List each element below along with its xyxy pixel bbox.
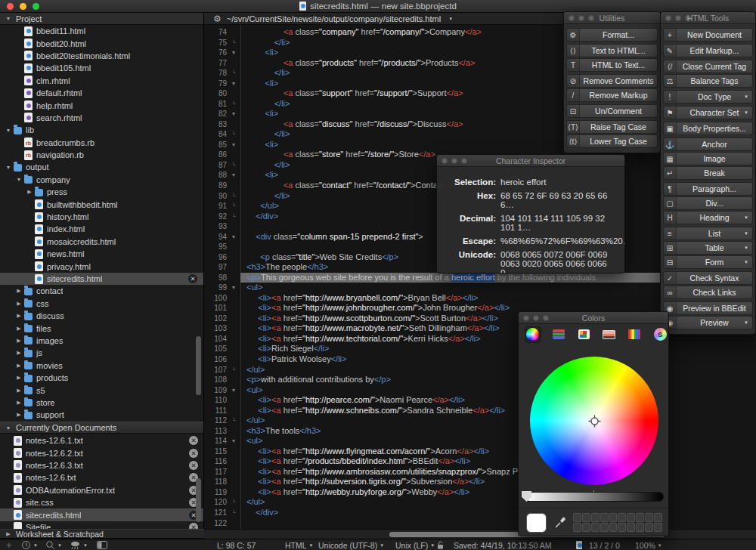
disclosure-triangle-icon[interactable]: ▶ <box>15 388 23 394</box>
character-inspector-titlebar[interactable]: Character Inspector <box>437 155 624 167</box>
code-text[interactable]: <li>Rich Siegel</li> <box>240 344 756 354</box>
tree-item[interactable]: search.rhtml <box>0 112 203 124</box>
sliders-icon[interactable] <box>550 326 567 343</box>
project-scrollbar-thumb[interactable] <box>196 336 201 395</box>
tree-item[interactable]: help.rhtml <box>0 99 203 111</box>
color-swatch[interactable] <box>600 513 609 522</box>
palette-icon[interactable] <box>575 326 592 343</box>
code-text[interactable]: </ul> <box>240 497 756 508</box>
editor-horizontal-scrollbar[interactable] <box>204 529 756 539</box>
check-links-button[interactable]: ∞Check Links <box>663 286 753 299</box>
tree-item[interactable]: ▶support <box>0 409 203 421</box>
code-line[interactable]: 118 <li><a href="http://subversion.tigri… <box>204 477 756 487</box>
code-line[interactable]: 104 <li><a href="http://www.techtorial.c… <box>204 334 756 345</box>
disclosure-triangle-icon[interactable]: ▶ <box>15 338 23 344</box>
body-properties-button[interactable]: ▣Body Properties... <box>663 122 753 135</box>
color-swatch[interactable] <box>582 523 590 532</box>
tree-item[interactable]: builtwithbbedit.html <box>0 198 203 210</box>
pencils-icon[interactable] <box>627 326 643 343</box>
tree-item[interactable]: navigation.rb <box>0 149 203 161</box>
color-swatch[interactable] <box>591 523 600 532</box>
tree-item[interactable]: ▶images <box>0 335 203 347</box>
worksheet-section-header[interactable]: ▶ Worksheet & Scratchpad <box>0 529 204 539</box>
fold-marker-icon[interactable]: ▼ <box>227 109 240 119</box>
disclosure-triangle-icon[interactable]: ▶ <box>15 326 23 332</box>
list-button[interactable]: ≡List▼ <box>663 227 753 240</box>
code-line[interactable]: 111 <li><a href="http://www.schneibs.com… <box>204 406 756 416</box>
code-text[interactable]: <h3>The tools</h3> <box>240 426 756 437</box>
tree-item[interactable]: news.html <box>0 248 203 260</box>
fold-marker-icon[interactable]: └ <box>227 160 240 171</box>
balance-scales-button[interactable]: ⚖Balance Tags <box>663 74 753 88</box>
tree-item[interactable]: bbedit20testimonials.html <box>0 50 203 62</box>
open-documents-section-header[interactable]: ▼ Currently Open Documents <box>0 422 204 434</box>
fold-marker-icon[interactable]: └ <box>227 365 240 375</box>
code-text[interactable]: </div> <box>240 508 756 518</box>
path-dropdown-icon[interactable]: ▼ <box>448 17 453 21</box>
code-line[interactable]: 107└</ul> <box>204 365 756 375</box>
comment-bubble-button[interactable]: ⊡Un/Comment <box>566 104 658 118</box>
tree-item[interactable]: privacy.html <box>0 260 203 272</box>
tree-item[interactable]: clm.rhtml <box>0 75 203 87</box>
disclosure-triangle-icon[interactable]: ▶ <box>15 288 23 294</box>
code-line[interactable]: 119 <li><a href="http://webby.rubyforge.… <box>204 487 756 498</box>
color-swatch[interactable] <box>600 523 609 532</box>
sidebar-toggle-icon[interactable] <box>97 539 107 550</box>
tree-item[interactable]: notes-12.6.2.txt✕ <box>0 446 204 459</box>
color-swatch[interactable] <box>654 513 662 522</box>
color-swatch[interactable] <box>573 513 581 522</box>
close-icon[interactable]: ✕ <box>189 449 198 458</box>
disclosure-triangle-icon[interactable]: ▶ <box>26 189 33 195</box>
code-text[interactable]: <li><a href="http://subversion.tigris.or… <box>240 477 756 487</box>
tree-item[interactable]: bbedit20.html <box>0 37 203 49</box>
break-return-button[interactable]: ↵Break <box>663 166 753 180</box>
color-swatch[interactable] <box>618 523 626 532</box>
color-wheel-icon[interactable] <box>525 326 541 343</box>
brightness-slider[interactable] <box>525 492 664 502</box>
color-swatch[interactable] <box>582 513 590 522</box>
color-swatch[interactable] <box>645 523 653 532</box>
fold-marker-icon[interactable]: ▼ <box>227 283 240 293</box>
tree-item[interactable]: ▶s5 <box>0 384 203 396</box>
code-line[interactable]: 109▼<ul> <box>204 385 756 396</box>
file-path[interactable]: ~/svn/CurrentSite/newsite/output/company… <box>227 14 441 23</box>
fold-marker-icon[interactable]: ▼ <box>227 48 240 58</box>
close-icon[interactable]: ✕ <box>189 461 198 470</box>
code-line[interactable]: 122 <box>204 518 756 529</box>
disclosure-triangle-icon[interactable]: ▶ <box>15 400 23 406</box>
fold-marker-icon[interactable]: ▼ <box>227 385 240 396</box>
eyedropper-icon[interactable] <box>555 516 567 528</box>
tree-item[interactable]: ODBAutomationError.txt✕ <box>0 484 204 496</box>
pencil-button[interactable]: ✎Edit Markup... <box>663 44 753 57</box>
html-tools-palette-titlebar[interactable]: HTML Tools <box>661 12 755 24</box>
code-text[interactable]: <li><a href="http://www.techtorial.com/"… <box>240 334 756 345</box>
remove-markup-button[interactable]: /Remove Markup <box>566 88 658 102</box>
color-swatch[interactable] <box>609 523 618 532</box>
fold-marker-icon[interactable]: └ <box>227 38 240 48</box>
code-text[interactable]: <li>Patrick Woolsey</li> <box>240 354 756 365</box>
gear-button[interactable]: ⚙Format... <box>566 28 658 42</box>
flag-button[interactable]: ⚑Character Set▼ <box>663 106 753 119</box>
disclosure-triangle-icon[interactable]: ▶ <box>15 412 23 418</box>
tree-item[interactable]: ▶files <box>0 322 203 334</box>
fold-marker-icon[interactable]: ▼ <box>227 232 240 243</box>
code-line[interactable]: 120└</ul> <box>204 497 756 508</box>
tree-item[interactable]: bbedit11.html <box>0 25 203 37</box>
fold-marker-icon[interactable]: ▼ <box>227 140 240 150</box>
color-swatch[interactable] <box>627 523 635 532</box>
preview-bbedit-button[interactable]: ◉Preview in BBEdit <box>663 301 753 315</box>
fold-marker-icon[interactable]: └ <box>227 497 240 508</box>
raise-tag-case-button[interactable]: ⟨T⟩Raise Tag Case <box>566 120 658 134</box>
tree-item[interactable]: ▶contact <box>0 285 203 297</box>
code-line[interactable]: 115 <li><a href="http://www.flyingmeat.c… <box>204 446 756 457</box>
tree-item[interactable]: ▼company <box>0 174 203 186</box>
eye-button[interactable]: ◉Preview▼ <box>663 316 753 329</box>
selected-text[interactable]: heroic effort <box>451 273 495 282</box>
add-icon[interactable]: + <box>6 539 12 550</box>
fold-marker-icon[interactable]: └ <box>227 416 240 426</box>
color-swatch[interactable] <box>591 513 600 522</box>
color-swatch[interactable] <box>654 523 662 532</box>
tree-item[interactable]: breadcrumbs.rb <box>0 137 203 149</box>
table-button[interactable]: ⊞Table▼ <box>663 241 753 255</box>
search-icon[interactable]: ▼ <box>45 539 62 550</box>
